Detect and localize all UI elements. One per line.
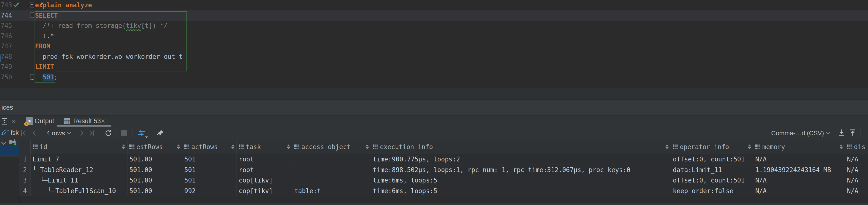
table-cell[interactable]: └─TableReader_12 — [31, 165, 127, 175]
table-cell[interactable]: cop[tikv] — [237, 186, 292, 197]
column-header-estRows[interactable]: estRows — [127, 140, 182, 154]
first-page-button[interactable] — [21, 126, 27, 140]
sort-arrows-icon[interactable] — [748, 145, 751, 149]
table-cell[interactable]: └─TableFullScan_10 — [31, 186, 127, 197]
table-cell[interactable]: offset:0, count:501 — [671, 175, 753, 186]
sort-arrows-icon[interactable] — [839, 145, 843, 149]
page-size-dropdown[interactable]: 4 rows — [46, 126, 70, 140]
sort-arrows-icon[interactable] — [366, 145, 369, 149]
chevron-down-icon[interactable] — [1, 140, 6, 145]
explain-result-table[interactable]: idestRowsactRowstaskaccess objectexecuti… — [19, 140, 868, 196]
code-line[interactable]: 744 − SELECT — [0, 10, 868, 21]
table-cell[interactable]: └─Limit_11 — [31, 175, 127, 186]
fold-marker-icon[interactable]: − — [30, 12, 34, 18]
export-download-icon[interactable] — [838, 129, 845, 137]
table-cell[interactable]: cop[tikv] — [237, 175, 292, 186]
last-page-button[interactable] — [88, 126, 94, 140]
previous-page-button[interactable] — [33, 126, 37, 140]
expand-collapse-icon[interactable] — [1, 118, 8, 126]
column-header-dis[interactable]: dis — [845, 140, 868, 154]
table-cell[interactable]: offset:0, count:501 — [671, 154, 753, 165]
column-icon — [373, 144, 378, 150]
table-cell[interactable]: root — [237, 154, 292, 165]
table-cell[interactable]: 501.00 — [127, 154, 182, 165]
table-cell[interactable]: time:6ms, loops:5 — [371, 186, 671, 197]
code-line[interactable]: 748 prod_fsk_workorder.wo_workorder_out … — [0, 52, 868, 62]
code-text: FROM — [35, 41, 50, 52]
table-cell[interactable]: N/A — [753, 186, 845, 197]
code-line[interactable]: 750 501; — [0, 72, 868, 83]
table-cell[interactable]: N/A — [845, 165, 868, 175]
export-format-dropdown[interactable]: Comma-…d (CSV) — [771, 129, 829, 137]
table-cell[interactable] — [292, 154, 371, 165]
sort-arrows-icon[interactable] — [231, 145, 235, 149]
pin-tab-icon[interactable] — [156, 126, 164, 140]
services-toolwindow-header[interactable]: ices — [0, 100, 868, 116]
services-panel[interactable]: » fsk — [0, 116, 20, 205]
table-cell[interactable]: 501.00 — [127, 175, 182, 186]
selected-tree-row[interactable] — [0, 146, 19, 156]
import-upload-icon[interactable] — [849, 129, 856, 137]
column-header-actRows[interactable]: actRows — [182, 140, 237, 154]
result-toolbar[interactable]: 4 rows Comma-…d (CSV) — [19, 126, 868, 140]
sort-arrows-icon[interactable] — [122, 145, 125, 149]
close-tab-icon[interactable]: × — [101, 116, 105, 126]
code-line[interactable]: 747 FROM — [0, 41, 868, 52]
column-icon — [755, 144, 761, 150]
sql-editor[interactable]: 743 − explain analyze 744 − SELECT 745 /… — [0, 0, 868, 89]
code-line[interactable]: 749 LIMIT — [0, 62, 868, 72]
hint-comment-warn: tikv — [126, 22, 141, 29]
column-icon — [239, 144, 244, 150]
export-group[interactable]: Comma-…d (CSV) — [771, 126, 861, 140]
intention-lightbulb-icon[interactable] — [39, 1, 45, 10]
table-cell[interactable]: 992 — [182, 186, 237, 197]
table-cell[interactable]: N/A — [845, 175, 868, 186]
result-tabs-bar[interactable]: >↓ Output Result 53 × — [19, 116, 868, 127]
table-cell[interactable]: Limit_7 — [31, 154, 127, 165]
table-cell[interactable]: 501.00 — [127, 165, 182, 175]
services-panel-toolbar[interactable]: » — [0, 116, 19, 127]
table-cell[interactable]: 501.00 — [127, 186, 182, 197]
next-page-button[interactable] — [79, 126, 83, 140]
table-cell[interactable]: N/A — [845, 154, 868, 165]
column-header-operator-info[interactable]: operator info — [671, 140, 753, 154]
refresh-button[interactable] — [104, 126, 112, 140]
table-cell[interactable]: N/A — [753, 154, 845, 165]
table-cell[interactable]: 501 — [182, 175, 237, 186]
sort-arrows-icon[interactable] — [665, 145, 669, 149]
column-label: dis — [854, 143, 865, 150]
column-header-execution-info[interactable]: execution info — [371, 140, 671, 154]
code-line[interactable]: 745 /*+ read_from_storage(tikv[t]) */ — [0, 21, 868, 31]
table-cell[interactable]: root — [237, 165, 292, 175]
table-cell[interactable]: 501 — [182, 154, 237, 165]
table-cell[interactable]: time:6ms, loops:5 — [371, 175, 671, 186]
sort-arrows-icon[interactable] — [287, 145, 290, 149]
page-size-label: 4 rows — [46, 129, 65, 137]
sort-arrows-icon[interactable] — [177, 145, 180, 149]
column-header-access-object[interactable]: access object — [292, 140, 371, 154]
code-line[interactable]: 746 t.* — [0, 31, 868, 41]
table-cell[interactable]: data:Limit_11 — [671, 165, 753, 175]
fold-marker-icon[interactable]: − — [30, 2, 34, 7]
table-cell[interactable]: 501 — [182, 165, 237, 175]
table-cell[interactable] — [292, 165, 371, 175]
column-header-memory[interactable]: memory — [753, 140, 845, 154]
tree-item-connection[interactable]: fsk — [0, 128, 19, 138]
table-cell[interactable]: time:900.775µs, loops:2 — [371, 154, 671, 165]
column-header-task[interactable]: task — [237, 140, 292, 154]
table-cell[interactable]: N/A — [753, 175, 845, 186]
table-cell[interactable]: N/A — [845, 186, 868, 197]
code-line[interactable]: 743 − explain analyze — [0, 0, 868, 10]
fold-end-marker-icon[interactable] — [30, 74, 34, 80]
toolbar-separator — [132, 126, 133, 140]
table-cell[interactable]: table:t — [292, 186, 371, 197]
tree-item-schema[interactable] — [0, 138, 19, 147]
table-cell[interactable] — [292, 175, 371, 186]
table-cell[interactable]: 1.190439224243164 MB — [753, 165, 845, 175]
column-header-id[interactable]: id — [31, 140, 127, 154]
line-number: 750 — [0, 72, 12, 83]
compare-results-button[interactable] — [137, 126, 146, 140]
more-chevrons-icon[interactable]: » — [12, 116, 16, 126]
table-cell[interactable]: time:898.502µs, loops:1, rpc num: 1, rpc… — [371, 165, 671, 175]
table-cell[interactable]: keep order:false — [671, 186, 753, 197]
